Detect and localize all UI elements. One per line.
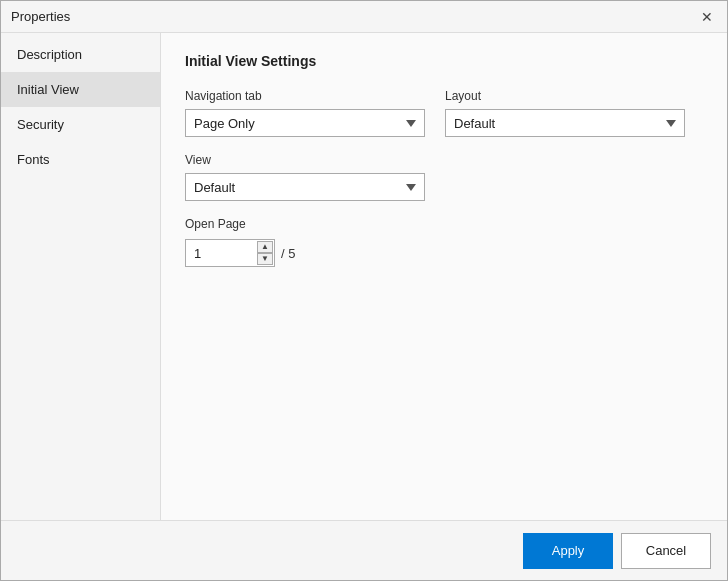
apply-button[interactable]: Apply <box>523 533 613 569</box>
title-bar: Properties ✕ <box>1 1 727 33</box>
main-content: Initial View Settings Navigation tab Pag… <box>161 33 727 520</box>
sidebar-item-description[interactable]: Description <box>1 37 160 72</box>
layout-label: Layout <box>445 89 685 103</box>
cancel-button[interactable]: Cancel <box>621 533 711 569</box>
dialog-title: Properties <box>11 9 70 24</box>
view-label: View <box>185 153 425 167</box>
spinner-buttons: ▲ ▼ <box>257 241 273 265</box>
nav-tab-select[interactable]: Page Only Bookmarks Panel and Page Pages… <box>185 109 425 137</box>
view-group: View Default Fit Page Fit Width Fit Visi… <box>185 153 425 201</box>
view-row: View Default Fit Page Fit Width Fit Visi… <box>185 153 703 201</box>
view-select[interactable]: Default Fit Page Fit Width Fit Visible A… <box>185 173 425 201</box>
layout-group: Layout Default Single Page Two Page Cont… <box>445 89 685 137</box>
sidebar-item-fonts[interactable]: Fonts <box>1 142 160 177</box>
dialog-body: Description Initial View Security Fonts … <box>1 33 727 520</box>
close-button[interactable]: ✕ <box>697 8 717 26</box>
nav-layout-row: Navigation tab Page Only Bookmarks Panel… <box>185 89 703 137</box>
spinner-up-button[interactable]: ▲ <box>257 241 273 253</box>
nav-tab-group: Navigation tab Page Only Bookmarks Panel… <box>185 89 425 137</box>
section-title: Initial View Settings <box>185 53 703 69</box>
properties-dialog: Properties ✕ Description Initial View Se… <box>0 0 728 581</box>
page-input-row: ▲ ▼ / 5 <box>185 239 703 267</box>
layout-select[interactable]: Default Single Page Two Page Continuous … <box>445 109 685 137</box>
page-input-wrapper: ▲ ▼ <box>185 239 275 267</box>
nav-tab-label: Navigation tab <box>185 89 425 103</box>
open-page-label: Open Page <box>185 217 703 231</box>
sidebar-item-initial-view[interactable]: Initial View <box>1 72 160 107</box>
spinner-down-button[interactable]: ▼ <box>257 253 273 265</box>
sidebar-item-security[interactable]: Security <box>1 107 160 142</box>
dialog-footer: Apply Cancel <box>1 520 727 580</box>
open-page-section: Open Page ▲ ▼ / 5 <box>185 217 703 267</box>
sidebar: Description Initial View Security Fonts <box>1 33 161 520</box>
page-total: / 5 <box>281 246 295 261</box>
